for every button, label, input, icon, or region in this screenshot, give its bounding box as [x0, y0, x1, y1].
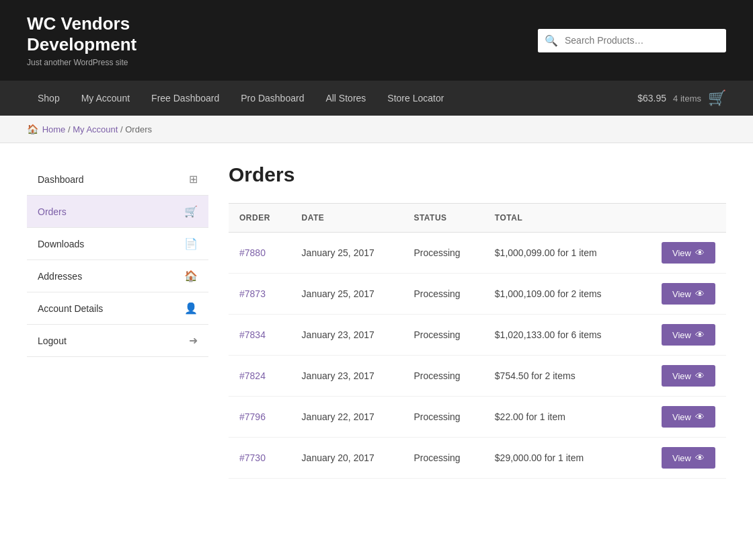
cell-status: Processing: [403, 233, 483, 274]
cell-total: $1,020,133.00 for 6 items: [484, 315, 637, 356]
view-order-button[interactable]: View 👁: [662, 447, 715, 469]
table-row: #7730 January 20, 2017 Processing $29,00…: [229, 438, 726, 479]
cell-order: #7824: [229, 356, 291, 397]
home-icon: 🏠: [27, 124, 38, 134]
col-header-total: TOTAL: [484, 204, 637, 233]
table-header-row: ORDER DATE STATUS TOTAL: [229, 204, 726, 233]
view-order-button[interactable]: View 👁: [662, 242, 715, 264]
sidebar-item-dashboard[interactable]: Dashboard ⊞: [27, 163, 208, 196]
table-row: #7834 January 23, 2017 Processing $1,020…: [229, 315, 726, 356]
cell-date: January 25, 2017: [291, 233, 403, 274]
site-branding: WC Vendors Development Just another Word…: [27, 13, 136, 67]
page-title: Orders: [229, 163, 726, 186]
table-row: #7796 January 22, 2017 Processing $22.00…: [229, 397, 726, 438]
order-link[interactable]: #7796: [239, 411, 266, 422]
table-row: #7880 January 25, 2017 Processing $1,000…: [229, 233, 726, 274]
eye-icon: 👁: [695, 452, 705, 463]
view-order-button[interactable]: View 👁: [662, 406, 715, 428]
account-details-icon: 👤: [184, 302, 198, 315]
cell-total: $22.00 for 1 item: [484, 397, 637, 438]
col-header-action: [637, 204, 726, 233]
nav-item-store-locator[interactable]: Store Locator: [377, 81, 454, 116]
order-link[interactable]: #7880: [239, 247, 266, 258]
sidebar-item-account-details[interactable]: Account Details 👤: [27, 292, 208, 325]
dashboard-icon: ⊞: [189, 173, 198, 186]
cell-order: #7730: [229, 438, 291, 479]
table-row: #7873 January 25, 2017 Processing $1,000…: [229, 274, 726, 315]
cell-order: #7873: [229, 274, 291, 315]
cell-date: January 20, 2017: [291, 438, 403, 479]
site-title: WC Vendors Development: [27, 13, 136, 55]
col-header-order: ORDER: [229, 204, 291, 233]
search-submit-button[interactable]: 🔍: [538, 29, 565, 52]
search-input[interactable]: [565, 30, 726, 51]
cell-status: Processing: [403, 397, 483, 438]
orders-table: ORDER DATE STATUS TOTAL #7880 January 25…: [229, 203, 726, 479]
nav-links: Shop My Account Free Dashboard Pro Dashb…: [27, 81, 454, 116]
sidebar-downloads-label: Downloads: [38, 239, 84, 249]
nav-item-shop[interactable]: Shop: [27, 81, 71, 116]
cell-status: Processing: [403, 315, 483, 356]
order-link[interactable]: #7730: [239, 452, 266, 463]
cell-total: $29,000.00 for 1 item: [484, 438, 637, 479]
cell-total: $754.50 for 2 items: [484, 356, 637, 397]
cart-count: 4 items: [673, 93, 701, 104]
cell-action: View 👁: [637, 315, 726, 356]
order-link[interactable]: #7824: [239, 370, 266, 381]
cell-status: Processing: [403, 356, 483, 397]
cell-action: View 👁: [637, 356, 726, 397]
nav-item-my-account[interactable]: My Account: [71, 81, 141, 116]
site-navigation: Shop My Account Free Dashboard Pro Dashb…: [0, 81, 753, 116]
main-content: Dashboard ⊞ Orders 🛒 Downloads 📄 Address…: [0, 143, 753, 499]
orders-area: Orders ORDER DATE STATUS TOTAL #7880 Jan…: [229, 163, 726, 479]
cell-order: #7834: [229, 315, 291, 356]
cell-action: View 👁: [637, 233, 726, 274]
eye-icon: 👁: [695, 329, 705, 340]
col-header-date: DATE: [291, 204, 403, 233]
site-header: WC Vendors Development Just another Word…: [0, 0, 753, 81]
cell-date: January 23, 2017: [291, 315, 403, 356]
cell-date: January 22, 2017: [291, 397, 403, 438]
view-order-button[interactable]: View 👁: [662, 365, 715, 387]
sidebar-item-orders[interactable]: Orders 🛒: [27, 196, 208, 228]
cell-status: Processing: [403, 438, 483, 479]
sidebar-item-logout[interactable]: Logout ➜: [27, 325, 208, 357]
cell-date: January 25, 2017: [291, 274, 403, 315]
view-order-button[interactable]: View 👁: [662, 283, 715, 305]
breadcrumb-current: Orders: [125, 124, 152, 134]
cell-order: #7796: [229, 397, 291, 438]
sidebar-item-downloads[interactable]: Downloads 📄: [27, 228, 208, 260]
cell-total: $1,000,099.00 for 1 item: [484, 233, 637, 274]
cell-status: Processing: [403, 274, 483, 315]
cart-price: $63.95: [637, 93, 666, 104]
nav-item-free-dashboard[interactable]: Free Dashboard: [141, 81, 230, 116]
orders-icon: 🛒: [184, 205, 198, 218]
cell-date: January 23, 2017: [291, 356, 403, 397]
eye-icon: 👁: [695, 411, 705, 422]
sidebar-addresses-label: Addresses: [38, 271, 82, 282]
search-form: 🔍: [538, 29, 726, 52]
breadcrumb-home-link[interactable]: Home: [42, 124, 66, 134]
eye-icon: 👁: [695, 288, 705, 299]
sidebar-dashboard-label: Dashboard: [38, 174, 84, 185]
cell-action: View 👁: [637, 438, 726, 479]
site-tagline: Just another WordPress site: [27, 58, 136, 67]
nav-item-all-stores[interactable]: All Stores: [315, 81, 377, 116]
nav-item-pro-dashboard[interactable]: Pro Dashboard: [230, 81, 315, 116]
cart-area: $63.95 4 items 🛒: [637, 89, 726, 107]
table-row: #7824 January 23, 2017 Processing $754.5…: [229, 356, 726, 397]
sidebar-orders-label: Orders: [38, 206, 67, 217]
cell-total: $1,000,109.00 for 2 items: [484, 274, 637, 315]
order-link[interactable]: #7873: [239, 288, 266, 299]
cart-icon[interactable]: 🛒: [708, 89, 726, 107]
col-header-status: STATUS: [403, 204, 483, 233]
breadcrumb: 🏠 Home / My Account / Orders: [0, 116, 753, 143]
addresses-icon: 🏠: [184, 270, 198, 282]
view-order-button[interactable]: View 👁: [662, 324, 715, 346]
breadcrumb-my-account-link[interactable]: My Account: [73, 124, 118, 134]
sidebar-item-addresses[interactable]: Addresses 🏠: [27, 260, 208, 292]
downloads-icon: 📄: [184, 237, 198, 250]
eye-icon: 👁: [695, 247, 705, 258]
order-link[interactable]: #7834: [239, 329, 266, 340]
cell-action: View 👁: [637, 397, 726, 438]
